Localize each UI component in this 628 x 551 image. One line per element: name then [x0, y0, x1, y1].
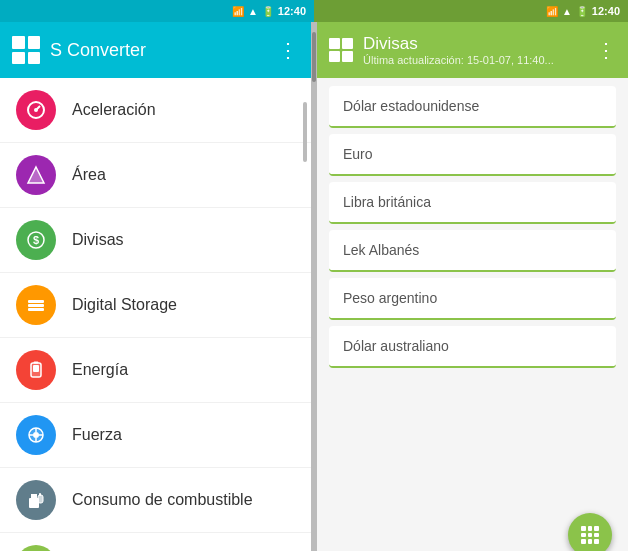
svg-rect-19	[38, 495, 43, 503]
app-title: S Converter	[50, 40, 268, 61]
right-more-button[interactable]: ⋮	[596, 38, 616, 62]
svg-rect-18	[31, 494, 37, 498]
nav-item-area[interactable]: Área	[0, 143, 311, 208]
signal-icon-right: 📶	[546, 6, 558, 17]
currency-list: Dólar estadounidense Euro Libra británic…	[317, 78, 628, 551]
digital-storage-icon	[16, 285, 56, 325]
svg-marker-2	[28, 167, 44, 183]
right-header-text: Divisas Última actualización: 15-01-07, …	[363, 34, 586, 66]
nav-label-area: Área	[72, 166, 106, 184]
nav-item-digital-storage[interactable]: Digital Storage	[0, 273, 311, 338]
area-icon	[16, 155, 56, 195]
nav-label-fuerza: Fuerza	[72, 426, 122, 444]
nav-label-digital-storage: Digital Storage	[72, 296, 177, 314]
currency-label-aud: Dólar australiano	[343, 338, 449, 354]
currency-item-aud[interactable]: Dólar australiano	[329, 326, 616, 368]
currency-item-alk[interactable]: Lek Albanés	[329, 230, 616, 272]
svg-text:$: $	[33, 234, 39, 246]
status-time-right: 12:40	[592, 5, 620, 17]
left-panel: S Converter ⋮ Aceleración	[0, 22, 311, 551]
currency-item-ars[interactable]: Peso argentino	[329, 278, 616, 320]
svg-rect-5	[28, 300, 44, 303]
currency-item-usd[interactable]: Dólar estadounidense	[329, 86, 616, 128]
left-header: S Converter ⋮	[0, 22, 311, 78]
nav-item-fuerza[interactable]: Fuerza	[0, 403, 311, 468]
battery-icon-right: 🔋	[576, 6, 588, 17]
currency-label-alk: Lek Albanés	[343, 242, 419, 258]
currency-label-usd: Dólar estadounidense	[343, 98, 479, 114]
left-more-button[interactable]: ⋮	[278, 38, 299, 62]
nav-label-aceleracion: Aceleración	[72, 101, 156, 119]
svg-point-1	[34, 108, 38, 112]
nav-label-energia: Energía	[72, 361, 128, 379]
battery-icon: 🔋	[262, 6, 274, 17]
nav-item-aceleracion[interactable]: Aceleración	[0, 78, 311, 143]
right-grid-icon	[329, 38, 353, 62]
right-header-subtitle: Última actualización: 15-01-07, 11:40...	[363, 54, 586, 66]
nav-item-divisas[interactable]: $ Divisas	[0, 208, 311, 273]
energia-icon	[16, 350, 56, 390]
nav-item-energia[interactable]: Energía	[0, 338, 311, 403]
status-time-left: 12:40	[278, 5, 306, 17]
divisas-icon: $	[16, 220, 56, 260]
currency-label-gbp: Libra británica	[343, 194, 431, 210]
svg-rect-6	[28, 304, 44, 307]
nav-list: Aceleración Área $	[0, 78, 311, 551]
nav-label-divisas: Divisas	[72, 231, 124, 249]
app-grid-icon	[12, 36, 40, 64]
nav-item-consumo-combustible[interactable]: Consumo de combustible	[0, 468, 311, 533]
currency-item-eur[interactable]: Euro	[329, 134, 616, 176]
fab-grid-icon	[581, 526, 599, 544]
fab-button[interactable]	[568, 513, 612, 551]
currency-label-eur: Euro	[343, 146, 373, 162]
consumo-combustible-icon	[16, 480, 56, 520]
right-panel: Divisas Última actualización: 15-01-07, …	[317, 22, 628, 551]
aceleracion-icon	[16, 90, 56, 130]
right-header-title: Divisas	[363, 34, 586, 54]
svg-rect-10	[34, 362, 39, 364]
svg-rect-9	[33, 365, 39, 372]
currency-item-gbp[interactable]: Libra británica	[329, 182, 616, 224]
wifi-icon-right: ▲	[562, 6, 572, 17]
longitud-icon	[16, 545, 56, 551]
fuerza-icon	[16, 415, 56, 455]
currency-label-ars: Peso argentino	[343, 290, 437, 306]
nav-label-consumo-combustible: Consumo de combustible	[72, 491, 253, 509]
svg-point-12	[33, 432, 39, 438]
signal-icon: 📶	[232, 6, 244, 17]
svg-rect-7	[28, 308, 44, 311]
wifi-icon: ▲	[248, 6, 258, 17]
right-header: Divisas Última actualización: 15-01-07, …	[317, 22, 628, 78]
nav-item-longitud[interactable]: Longitud	[0, 533, 311, 551]
svg-rect-20	[39, 493, 41, 496]
